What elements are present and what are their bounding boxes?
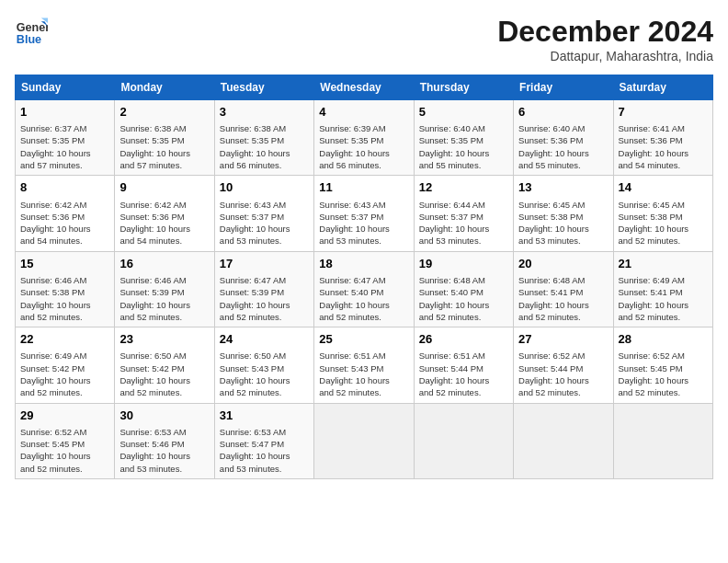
day-detail: Sunrise: 6:44 AM Sunset: 5:37 PM Dayligh…	[419, 199, 508, 247]
day-detail: Sunrise: 6:38 AM Sunset: 5:35 PM Dayligh…	[220, 122, 309, 171]
day-detail: Sunrise: 6:40 AM Sunset: 5:35 PM Dayligh…	[419, 122, 508, 171]
day-number: 24	[220, 331, 309, 348]
day-number: 12	[419, 179, 508, 196]
day-number: 23	[119, 331, 209, 348]
day-detail: Sunrise: 6:52 AM Sunset: 5:44 PM Dayligh…	[518, 350, 608, 398]
calendar-cell	[314, 403, 414, 478]
svg-text:Blue: Blue	[17, 33, 41, 46]
day-number: 29	[20, 408, 109, 424]
day-number: 4	[319, 104, 408, 121]
calendar-cell: 26Sunrise: 6:51 AM Sunset: 5:44 PM Dayli…	[414, 327, 513, 403]
weekday-header: Thursday	[414, 75, 513, 100]
calendar-cell: 16Sunrise: 6:46 AM Sunset: 5:39 PM Dayli…	[115, 251, 214, 327]
day-detail: Sunrise: 6:49 AM Sunset: 5:41 PM Dayligh…	[619, 274, 708, 323]
logo-icon: General Blue	[15, 15, 48, 48]
day-detail: Sunrise: 6:37 AM Sunset: 5:35 PM Dayligh…	[20, 122, 109, 171]
day-number: 27	[518, 331, 608, 348]
weekday-header: Friday	[514, 75, 613, 100]
day-number: 19	[419, 256, 508, 272]
calendar-cell: 27Sunrise: 6:52 AM Sunset: 5:44 PM Dayli…	[514, 327, 613, 403]
day-detail: Sunrise: 6:42 AM Sunset: 5:36 PM Dayligh…	[20, 199, 109, 247]
calendar-cell: 14Sunrise: 6:45 AM Sunset: 5:38 PM Dayli…	[613, 176, 712, 251]
calendar-cell	[613, 403, 712, 478]
day-number: 17	[220, 256, 309, 272]
day-number: 7	[619, 104, 708, 121]
calendar-cell: 4Sunrise: 6:39 AM Sunset: 5:35 PM Daylig…	[314, 100, 414, 176]
calendar-table: SundayMondayTuesdayWednesdayThursdayFrid…	[15, 75, 713, 479]
calendar-cell: 29Sunrise: 6:52 AM Sunset: 5:45 PM Dayli…	[16, 403, 115, 478]
day-number: 1	[20, 104, 109, 121]
calendar-cell: 23Sunrise: 6:50 AM Sunset: 5:42 PM Dayli…	[115, 327, 214, 403]
calendar-cell: 17Sunrise: 6:47 AM Sunset: 5:39 PM Dayli…	[214, 251, 313, 327]
calendar-cell: 30Sunrise: 6:53 AM Sunset: 5:46 PM Dayli…	[115, 403, 214, 478]
calendar-cell: 15Sunrise: 6:46 AM Sunset: 5:38 PM Dayli…	[16, 251, 115, 327]
day-detail: Sunrise: 6:47 AM Sunset: 5:40 PM Dayligh…	[319, 274, 408, 323]
day-number: 16	[119, 256, 209, 272]
weekday-header: Wednesday	[314, 75, 414, 100]
day-detail: Sunrise: 6:39 AM Sunset: 5:35 PM Dayligh…	[319, 122, 408, 171]
calendar-cell: 25Sunrise: 6:51 AM Sunset: 5:43 PM Dayli…	[314, 327, 414, 403]
calendar-cell: 11Sunrise: 6:43 AM Sunset: 5:37 PM Dayli…	[314, 176, 414, 251]
day-detail: Sunrise: 6:41 AM Sunset: 5:36 PM Dayligh…	[619, 122, 708, 171]
calendar-cell: 21Sunrise: 6:49 AM Sunset: 5:41 PM Dayli…	[613, 251, 712, 327]
location-subtitle: Dattapur, Maharashtra, India	[497, 49, 713, 63]
day-number: 9	[119, 179, 209, 196]
day-number: 26	[419, 331, 508, 348]
day-detail: Sunrise: 6:45 AM Sunset: 5:38 PM Dayligh…	[619, 199, 708, 247]
day-detail: Sunrise: 6:47 AM Sunset: 5:39 PM Dayligh…	[220, 274, 309, 323]
day-number: 18	[319, 256, 408, 272]
calendar-cell	[514, 403, 613, 478]
weekday-header: Saturday	[613, 75, 712, 100]
calendar-cell: 6Sunrise: 6:40 AM Sunset: 5:36 PM Daylig…	[514, 100, 613, 176]
calendar-cell	[414, 403, 513, 478]
calendar-cell: 19Sunrise: 6:48 AM Sunset: 5:40 PM Dayli…	[414, 251, 513, 327]
weekday-header: Monday	[115, 75, 214, 100]
calendar-cell: 7Sunrise: 6:41 AM Sunset: 5:36 PM Daylig…	[613, 100, 712, 176]
calendar-cell: 18Sunrise: 6:47 AM Sunset: 5:40 PM Dayli…	[314, 251, 414, 327]
day-detail: Sunrise: 6:40 AM Sunset: 5:36 PM Dayligh…	[518, 122, 608, 171]
day-detail: Sunrise: 6:53 AM Sunset: 5:46 PM Dayligh…	[119, 426, 209, 475]
day-detail: Sunrise: 6:38 AM Sunset: 5:35 PM Dayligh…	[119, 122, 209, 171]
day-detail: Sunrise: 6:52 AM Sunset: 5:45 PM Dayligh…	[20, 426, 109, 475]
calendar-cell: 5Sunrise: 6:40 AM Sunset: 5:35 PM Daylig…	[414, 100, 513, 176]
day-detail: Sunrise: 6:53 AM Sunset: 5:47 PM Dayligh…	[220, 426, 309, 475]
day-detail: Sunrise: 6:52 AM Sunset: 5:45 PM Dayligh…	[619, 350, 708, 398]
logo: General Blue	[15, 15, 48, 48]
calendar-cell: 2Sunrise: 6:38 AM Sunset: 5:35 PM Daylig…	[115, 100, 214, 176]
day-detail: Sunrise: 6:42 AM Sunset: 5:36 PM Dayligh…	[119, 199, 209, 247]
calendar-cell: 24Sunrise: 6:50 AM Sunset: 5:43 PM Dayli…	[214, 327, 313, 403]
calendar-cell: 20Sunrise: 6:48 AM Sunset: 5:41 PM Dayli…	[514, 251, 613, 327]
calendar-cell: 12Sunrise: 6:44 AM Sunset: 5:37 PM Dayli…	[414, 176, 513, 251]
calendar-cell: 22Sunrise: 6:49 AM Sunset: 5:42 PM Dayli…	[16, 327, 115, 403]
day-detail: Sunrise: 6:49 AM Sunset: 5:42 PM Dayligh…	[20, 350, 109, 398]
calendar-cell: 10Sunrise: 6:43 AM Sunset: 5:37 PM Dayli…	[214, 176, 313, 251]
day-number: 3	[220, 104, 309, 121]
day-number: 22	[20, 331, 109, 348]
day-number: 14	[619, 179, 708, 196]
calendar-cell: 8Sunrise: 6:42 AM Sunset: 5:36 PM Daylig…	[16, 176, 115, 251]
day-number: 31	[220, 408, 309, 424]
day-number: 30	[119, 408, 209, 424]
day-number: 28	[619, 331, 708, 348]
day-number: 2	[119, 104, 209, 121]
title-block: December 2024 Dattapur, Maharashtra, Ind…	[497, 15, 713, 63]
day-number: 25	[319, 331, 408, 348]
day-detail: Sunrise: 6:45 AM Sunset: 5:38 PM Dayligh…	[518, 199, 608, 247]
calendar-cell: 31Sunrise: 6:53 AM Sunset: 5:47 PM Dayli…	[214, 403, 313, 478]
day-number: 13	[518, 179, 608, 196]
calendar-cell: 1Sunrise: 6:37 AM Sunset: 5:35 PM Daylig…	[16, 100, 115, 176]
day-detail: Sunrise: 6:51 AM Sunset: 5:44 PM Dayligh…	[419, 350, 508, 398]
day-detail: Sunrise: 6:50 AM Sunset: 5:42 PM Dayligh…	[119, 350, 209, 398]
calendar-cell: 13Sunrise: 6:45 AM Sunset: 5:38 PM Dayli…	[514, 176, 613, 251]
day-number: 20	[518, 256, 608, 272]
month-title: December 2024	[497, 15, 713, 49]
page-header: General Blue December 2024 Dattapur, Mah…	[15, 15, 713, 63]
day-detail: Sunrise: 6:48 AM Sunset: 5:40 PM Dayligh…	[419, 274, 508, 323]
day-detail: Sunrise: 6:50 AM Sunset: 5:43 PM Dayligh…	[220, 350, 309, 398]
day-detail: Sunrise: 6:46 AM Sunset: 5:39 PM Dayligh…	[119, 274, 209, 323]
day-number: 11	[319, 179, 408, 196]
day-number: 8	[20, 179, 109, 196]
day-detail: Sunrise: 6:51 AM Sunset: 5:43 PM Dayligh…	[319, 350, 408, 398]
weekday-header: Sunday	[16, 75, 115, 100]
calendar-cell: 9Sunrise: 6:42 AM Sunset: 5:36 PM Daylig…	[115, 176, 214, 251]
